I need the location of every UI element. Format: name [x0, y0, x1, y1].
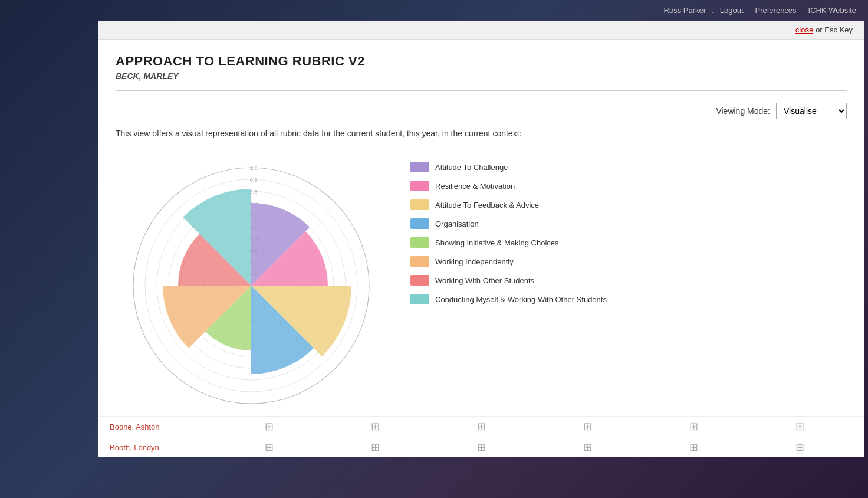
bottom-table-area: Boone, Ashton ⊞ ⊞ ⊞ ⊞ ⊞ ⊞ Booth, Londyn …	[98, 416, 864, 457]
radar-chart-computed: 0.10.20.30.40.50.60.70.80.91.0	[116, 150, 387, 421]
legend-label-6: Working With Other Students	[435, 276, 534, 285]
legend-swatch-1	[410, 181, 429, 191]
legend-swatch-7	[410, 294, 429, 304]
chart-legend-row: 0.1 0.2 0.3 0.4 0.5 0.6 0.7 0.8 0.9 1.0	[116, 150, 847, 421]
grid-icon-5[interactable]: ⊞	[689, 420, 698, 433]
legend-label-1: Resilience & Motivation	[435, 182, 515, 191]
modal-container: close or Esc Key APPROACH TO LEARNING RU…	[98, 21, 864, 457]
grid-icon-1[interactable]: ⊞	[265, 420, 274, 433]
legend-item-2: Attitude To Feedback & Advice	[410, 199, 847, 210]
page-title: APPROACH TO LEARNING RUBRIC V2	[116, 54, 847, 69]
legend-label-3: Organisation	[435, 219, 479, 228]
legend-item-7: Conducting Myself & Working With Other S…	[410, 294, 847, 304]
grid-icon-7[interactable]: ⊞	[265, 441, 274, 454]
student-name-2: Booth, Londyn	[110, 443, 216, 452]
grid-icon-12[interactable]: ⊞	[795, 441, 804, 454]
preferences-link[interactable]: Preferences	[755, 6, 797, 15]
grid-icon-8[interactable]: ⊞	[371, 441, 380, 454]
grid-icon-3[interactable]: ⊞	[477, 420, 486, 433]
legend-swatch-0	[410, 162, 429, 172]
grid-icon-4[interactable]: ⊞	[583, 420, 592, 433]
close-button[interactable]: close	[795, 25, 813, 34]
legend-swatch-6	[410, 275, 429, 286]
viewing-mode-label: Viewing Mode:	[716, 106, 770, 116]
student-name-1: Boone, Ashton	[110, 422, 216, 431]
ichk-website-link[interactable]: ICHK Website	[808, 6, 856, 15]
legend-list: Attitude To Challenge Resilience & Motiv…	[410, 162, 847, 304]
modal-topbar: close or Esc Key	[98, 21, 864, 40]
chart-area: 0.1 0.2 0.3 0.4 0.5 0.6 0.7 0.8 0.9 1.0	[116, 150, 387, 421]
viewing-mode-row: Viewing Mode: Visualise	[116, 103, 847, 119]
bottom-row-2: Booth, Londyn ⊞ ⊞ ⊞ ⊞ ⊞ ⊞	[98, 437, 864, 457]
viewing-mode-select[interactable]: Visualise	[776, 103, 847, 119]
user-name: Ross Parker	[664, 6, 706, 15]
bottom-row-1-icons: ⊞ ⊞ ⊞ ⊞ ⊞ ⊞	[216, 420, 853, 433]
separator1: .	[712, 6, 714, 15]
grid-icon-10[interactable]: ⊞	[583, 441, 592, 454]
legend-item-5: Working Independently	[410, 256, 847, 267]
legend-item-3: Organisation	[410, 218, 847, 229]
legend-item-1: Resilience & Motivation	[410, 181, 847, 191]
legend-label-0: Attitude To Challenge	[435, 163, 508, 172]
bottom-row-2-icons: ⊞ ⊞ ⊞ ⊞ ⊞ ⊞	[216, 441, 853, 454]
esc-text: or Esc Key	[816, 25, 853, 34]
logout-link[interactable]: Logout	[720, 6, 744, 15]
student-name: BECK, MARLEY	[116, 71, 847, 81]
svg-text:1.0: 1.0	[250, 165, 258, 171]
description-text: This view offers a visual representation…	[116, 129, 847, 138]
legend-label-4: Showing Initiative & Making Choices	[435, 238, 559, 247]
legend-label-7: Conducting Myself & Working With Other S…	[435, 295, 607, 304]
legend-label-2: Attitude To Feedback & Advice	[435, 201, 539, 209]
grid-icon-9[interactable]: ⊞	[477, 441, 486, 454]
legend-item-6: Working With Other Students	[410, 275, 847, 286]
grid-icon-2[interactable]: ⊞	[371, 420, 380, 433]
legend-item-0: Attitude To Challenge	[410, 162, 847, 172]
legend-label-5: Working Independently	[435, 257, 514, 266]
legend-swatch-4	[410, 237, 429, 248]
grid-icon-6[interactable]: ⊞	[795, 420, 804, 433]
top-navigation: Ross Parker . Logout Preferences ICHK We…	[0, 0, 868, 21]
legend-item-4: Showing Initiative & Making Choices	[410, 237, 847, 248]
bottom-row-1: Boone, Ashton ⊞ ⊞ ⊞ ⊞ ⊞ ⊞	[98, 417, 864, 437]
svg-text:0.9: 0.9	[250, 177, 258, 183]
modal-content: APPROACH TO LEARNING RUBRIC V2 BECK, MAR…	[98, 40, 864, 435]
legend-swatch-2	[410, 199, 429, 210]
legend-swatch-5	[410, 256, 429, 267]
legend-area: Attitude To Challenge Resilience & Motiv…	[410, 150, 847, 313]
legend-swatch-3	[410, 218, 429, 229]
grid-icon-11[interactable]: ⊞	[689, 441, 698, 454]
divider	[116, 90, 847, 91]
